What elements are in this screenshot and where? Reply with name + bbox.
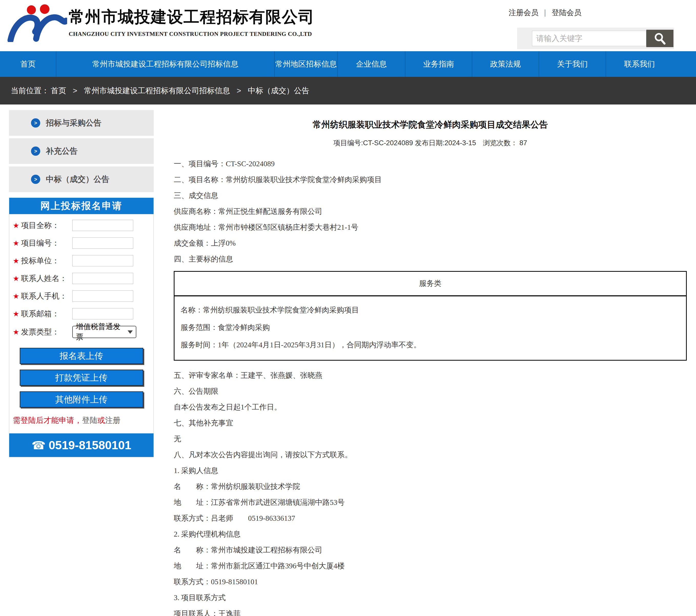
invoice-type-selected-value: 增值税普通发票 xyxy=(76,322,126,342)
form-row-contact-email: ★ 联系邮箱： xyxy=(9,308,154,319)
form-row-contact-name: ★ 联系人姓名： xyxy=(9,273,154,284)
main-content: 常州纺织服装职业技术学院食堂冷鲜肉采购项目成交结果公告 项目编号:CT-SC-2… xyxy=(174,110,687,616)
field-label: 项目编号： xyxy=(21,238,72,248)
nav-item-company-tenders[interactable]: 常州市城投建设工程招标有限公司招标信息 xyxy=(56,51,274,77)
nav-item-home[interactable]: 首页 xyxy=(0,51,56,77)
contact-mobile-field[interactable] xyxy=(72,290,133,302)
login-member-link[interactable]: 登陆会员 xyxy=(552,9,582,17)
required-star-icon: ★ xyxy=(13,274,21,283)
table-line: 名称：常州纺织服装职业技术学院食堂冷鲜肉采购项目 xyxy=(181,306,681,314)
chevron-right-icon: > xyxy=(31,118,40,128)
body-paragraph: 五、评审专家名单：王建平、张燕媛、张晓燕 xyxy=(174,371,687,379)
article-body: 一、项目编号：CT-SC-2024089 二、项目名称：常州纺织服装职业技术学院… xyxy=(174,160,687,616)
sidebar-item-tender-announcements[interactable]: > 招标与采购公告 xyxy=(9,110,154,136)
article-meta: 项目编号:CT-SC-2024089 发布日期:2024-3-15 浏览次数： … xyxy=(174,138,687,147)
project-name-field[interactable] xyxy=(72,220,133,231)
body-paragraph: 3. 项目联系方式 xyxy=(174,594,687,601)
sidebar-item-award-announcements[interactable]: > 中标（成交）公告 xyxy=(9,166,154,192)
body-paragraph: 七、其他补充事宜 xyxy=(174,419,687,427)
form-row-contact-mobile: ★ 联系人手机： xyxy=(9,290,154,302)
login-link[interactable]: 登陆 xyxy=(82,416,97,424)
login-required-note: 需登陆后才能申请，登陆或注册 xyxy=(13,415,154,426)
phone-icon: ☎ xyxy=(32,439,46,452)
contact-name-field[interactable] xyxy=(72,273,133,284)
company-logo xyxy=(6,3,67,42)
required-star-icon: ★ xyxy=(13,221,21,230)
search-area xyxy=(517,28,674,49)
project-number-field[interactable] xyxy=(72,238,133,249)
body-paragraph: 2. 采购代理机构信息 xyxy=(174,530,687,538)
contact-email-field[interactable] xyxy=(72,308,133,319)
body-paragraph: 二、项目名称：常州纺织服装职业技术学院食堂冷鲜肉采购项目 xyxy=(174,176,687,183)
body-paragraph: 自本公告发布之日起1个工作日。 xyxy=(174,403,687,411)
login-required-text: 需登陆后才能申请， xyxy=(13,416,82,424)
content-area: > 招标与采购公告 > 补充公告 > 中标（成交）公告 网上投标报名申请 ★ 项… xyxy=(0,104,696,616)
form-row-bidding-unit: ★ 投标单位： xyxy=(9,255,154,266)
required-star-icon: ★ xyxy=(13,292,21,301)
breadcrumb-separator: > xyxy=(237,86,241,95)
body-paragraph: 供应商名称：常州正悦生鲜配送服务有限公司 xyxy=(174,208,687,215)
table-line: 服务时间：1年（2024年4月1日-2025年3月31日），合同期内浮动率不变。 xyxy=(181,341,681,348)
breadcrumb-prefix: 当前位置： xyxy=(11,85,49,96)
nav-item-business-guide[interactable]: 业务指南 xyxy=(405,51,472,77)
form-row-invoice-type: ★ 发票类型： 增值税普通发票 xyxy=(9,326,154,338)
sidebar: > 招标与采购公告 > 补充公告 > 中标（成交）公告 网上投标报名申请 ★ 项… xyxy=(9,110,154,457)
body-paragraph: 地 址：常州市新北区通江中路396号中创大厦4楼 xyxy=(174,562,687,570)
breadcrumb: 当前位置： 首页 > 常州市城投建设工程招标有限公司招标信息 > 中标（成交）公… xyxy=(0,77,696,104)
nav-item-regional-tenders[interactable]: 常州地区招标信息 xyxy=(274,51,337,77)
breadcrumb-link-company-tenders[interactable]: 常州市城投建设工程招标有限公司招标信息 xyxy=(84,85,230,96)
sidebar-item-supplementary-announcements[interactable]: > 补充公告 xyxy=(9,138,154,164)
body-paragraph: 名 称：常州纺织服装职业技术学院 xyxy=(174,483,687,490)
body-paragraph: 无 xyxy=(174,435,687,442)
sidebar-item-label: 招标与采购公告 xyxy=(46,117,101,128)
field-label: 项目全称： xyxy=(21,220,72,231)
register-link[interactable]: 注册 xyxy=(105,416,121,424)
contact-phone-bar: ☎ 0519-81580101 xyxy=(9,433,154,457)
upload-payment-voucher-button[interactable]: 打款凭证上传 xyxy=(20,370,143,386)
table-line: 服务范围：食堂冷鲜肉采购 xyxy=(181,324,681,331)
field-label: 联系人姓名： xyxy=(21,273,72,284)
field-label: 联系人手机： xyxy=(21,291,72,302)
nav-item-contact-us[interactable]: 联系我们 xyxy=(605,51,673,77)
upload-other-attachments-button[interactable]: 其他附件上传 xyxy=(20,391,143,407)
page-header: 常州市城投建设工程招标有限公司 CHANGZHOU CITY INVESTMEN… xyxy=(0,0,696,51)
body-paragraph: 一、项目编号：CT-SC-2024089 xyxy=(174,160,687,167)
chevron-right-icon: > xyxy=(31,146,40,156)
body-paragraph: 三、成交信息 xyxy=(174,192,687,199)
breadcrumb-separator: > xyxy=(73,86,77,95)
search-input[interactable] xyxy=(532,31,646,46)
required-star-icon: ★ xyxy=(13,328,21,336)
nav-spacer xyxy=(673,51,696,77)
field-label: 投标单位： xyxy=(21,256,72,266)
required-star-icon: ★ xyxy=(13,239,21,247)
search-icon xyxy=(653,32,666,45)
body-paragraph: 供应商地址：常州市钟楼区邹区镇杨庄村委大巷村21-1号 xyxy=(174,223,687,231)
upload-button-group: 报名表上传 打款凭证上传 其他附件上传 xyxy=(9,348,154,407)
breadcrumb-current-page: 中标（成交）公告 xyxy=(248,85,309,96)
page-title: 常州纺织服装职业技术学院食堂冷鲜肉采购项目成交结果公告 xyxy=(174,119,687,131)
invoice-type-select[interactable]: 增值税普通发票 xyxy=(72,326,136,338)
nav-item-about-us[interactable]: 关于我们 xyxy=(539,51,605,77)
form-row-project-number: ★ 项目编号： xyxy=(9,238,154,249)
register-member-link[interactable]: 注册会员 xyxy=(509,9,538,17)
search-button[interactable] xyxy=(646,30,674,47)
apply-form: ★ 项目全称： ★ 项目编号： ★ 投标单位： ★ 联系人姓名： xyxy=(9,214,154,426)
chevron-right-icon: > xyxy=(31,175,40,184)
bidding-unit-field[interactable] xyxy=(72,255,133,266)
link-divider: | xyxy=(544,9,546,17)
required-star-icon: ★ xyxy=(13,310,21,318)
main-navigation: 首页 常州市城投建设工程招标有限公司招标信息 常州地区招标信息 企业信息 业务指… xyxy=(0,51,696,77)
field-label: 发票类型： xyxy=(21,327,72,337)
body-paragraph: 六、公告期限 xyxy=(174,387,687,395)
nav-item-company-info[interactable]: 企业信息 xyxy=(337,51,405,77)
body-paragraph: 地 址：江苏省常州市武进区湖塘镇滆湖中路53号 xyxy=(174,499,687,506)
upload-registration-form-button[interactable]: 报名表上传 xyxy=(20,348,143,364)
contact-phone-number: 0519-81580101 xyxy=(49,438,131,452)
apply-panel-title: 网上投标报名申请 xyxy=(9,198,154,214)
field-label: 联系邮箱： xyxy=(21,309,72,319)
body-paragraph: 八、凡对本次公告内容提出询问，请按以下方式联系。 xyxy=(174,451,687,458)
required-star-icon: ★ xyxy=(13,257,21,265)
body-paragraph: 名 称：常州市城投建设工程招标有限公司 xyxy=(174,546,687,554)
breadcrumb-link-home[interactable]: 首页 xyxy=(51,85,66,96)
nav-item-policies[interactable]: 政策法规 xyxy=(472,51,539,77)
